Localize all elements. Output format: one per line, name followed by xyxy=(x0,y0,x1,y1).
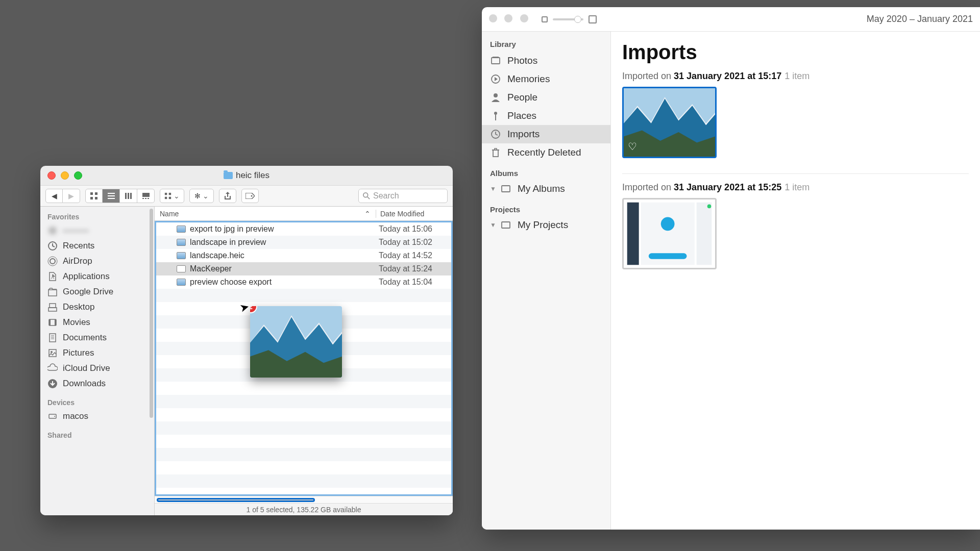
photos-sidebar-people[interactable]: People xyxy=(482,88,610,107)
close-icon[interactable] xyxy=(489,14,497,22)
svg-rect-10 xyxy=(142,193,150,197)
photos-sidebar-memories[interactable]: Memories xyxy=(482,70,610,88)
album-icon xyxy=(500,219,511,231)
import-count: 1 item xyxy=(785,71,810,81)
sidebar-item-icloud-drive[interactable]: iCloud Drive xyxy=(40,361,154,376)
finder-toolbar: ◀ ▶ ⌄ ✻⌄ xyxy=(40,185,453,207)
svg-rect-3 xyxy=(95,197,97,199)
album-icon xyxy=(500,183,511,194)
photos-window: May 2020 – January 2021 Library PhotosMe… xyxy=(482,7,980,530)
finder-titlebar[interactable]: heic files xyxy=(40,166,453,185)
sidebar-item-desktop[interactable]: Desktop xyxy=(40,299,154,315)
sidebar-icon xyxy=(47,302,58,312)
action-button[interactable]: ✻⌄ xyxy=(189,189,214,203)
sidebar-item-movies[interactable]: Movies xyxy=(40,315,154,330)
photos-sidebar-places[interactable]: Places xyxy=(482,107,610,125)
sidebar-item-label: Places xyxy=(507,110,536,121)
disclosure-icon[interactable]: ▼ xyxy=(490,221,496,229)
share-button[interactable] xyxy=(219,189,236,203)
name-column-header[interactable]: Name ⌃ xyxy=(155,210,376,218)
sidebar-item-recents[interactable]: Recents xyxy=(40,238,154,254)
svg-point-26 xyxy=(50,259,55,264)
svg-rect-66 xyxy=(627,203,639,265)
svg-rect-33 xyxy=(49,319,51,325)
sidebar-device-macos[interactable]: macos xyxy=(40,409,154,424)
file-row[interactable]: export to jpg in previewToday at 15:06 xyxy=(156,222,451,236)
sidebar-item-documents[interactable]: Documents xyxy=(40,330,154,345)
minimize-icon[interactable] xyxy=(504,14,512,22)
sidebar-icon xyxy=(490,92,501,103)
search-input[interactable]: Search xyxy=(358,189,448,203)
sidebar-item-label: Pictures xyxy=(63,348,94,358)
sidebar-item-applications[interactable]: AApplications xyxy=(40,269,154,284)
disclosure-icon[interactable]: ▼ xyxy=(490,185,496,192)
sidebar-icon xyxy=(47,256,58,266)
svg-point-52 xyxy=(494,93,498,97)
photos-sidebar-photos[interactable]: Photos xyxy=(482,52,610,70)
import-thumbnail[interactable]: ♡ xyxy=(622,87,717,158)
file-name: export to jpg in preview xyxy=(190,224,274,234)
sidebar-item-pictures[interactable]: Pictures xyxy=(40,345,154,361)
forward-button[interactable]: ▶ xyxy=(63,189,80,203)
import-thumbnail[interactable] xyxy=(622,198,717,269)
arrange-button[interactable]: ⌄ xyxy=(160,189,184,203)
file-row[interactable]: landscape in previewToday at 15:02 xyxy=(156,236,451,249)
column-headers: Name ⌃ Date Modified xyxy=(155,207,453,221)
sidebar-icon xyxy=(47,287,58,297)
icon-view-button[interactable] xyxy=(85,189,103,203)
sidebar-item-google-drive[interactable]: Google Drive xyxy=(40,284,154,299)
favorites-header: Favorites xyxy=(40,211,154,223)
projects-header: Projects xyxy=(482,198,610,216)
sidebar-item-downloads[interactable]: Downloads xyxy=(40,376,154,391)
svg-rect-15 xyxy=(169,193,171,195)
list-view-button[interactable] xyxy=(103,189,120,203)
import-date: 31 January 2021 at 15:25 xyxy=(674,182,781,192)
svg-point-68 xyxy=(661,217,675,231)
svg-rect-5 xyxy=(108,195,115,196)
svg-rect-11 xyxy=(142,198,144,199)
page-title: Imports xyxy=(622,41,969,64)
svg-rect-48 xyxy=(492,58,500,64)
file-row[interactable]: MacKeeperToday at 15:24 xyxy=(156,262,451,276)
sidebar-item-label: Memories xyxy=(507,73,550,85)
sidebar-scrollbar[interactable] xyxy=(150,209,153,418)
import-count: 1 item xyxy=(785,182,810,192)
file-row[interactable]: landscape.heicToday at 14:52 xyxy=(156,249,451,262)
tags-button[interactable] xyxy=(241,189,259,203)
date-range: May 2020 – January 2021 xyxy=(867,14,973,24)
album-my-albums[interactable]: ▼My Albums xyxy=(482,180,610,198)
photos-sidebar-imports[interactable]: Imports xyxy=(482,125,610,143)
zoom-small-icon[interactable] xyxy=(542,16,548,22)
photos-titlebar[interactable]: May 2020 – January 2021 xyxy=(482,7,980,32)
sidebar-icon xyxy=(490,147,501,158)
zoom-icon[interactable] xyxy=(520,14,528,22)
file-row[interactable]: preview choose exportToday at 15:04 xyxy=(156,276,451,289)
horizontal-scrollbar[interactable] xyxy=(155,496,453,503)
photos-sidebar-recently-deleted[interactable]: Recently Deleted xyxy=(482,143,610,162)
file-icon xyxy=(177,226,186,233)
zoom-slider[interactable] xyxy=(553,18,583,20)
sidebar-icon xyxy=(47,363,58,373)
column-view-button[interactable] xyxy=(120,189,137,203)
gallery-view-button[interactable] xyxy=(137,189,155,203)
date-column-header[interactable]: Date Modified xyxy=(376,210,453,218)
zoom-large-icon[interactable] xyxy=(589,15,597,23)
sidebar-item-airdrop[interactable]: AirDrop xyxy=(40,254,154,269)
tag-icon xyxy=(246,193,255,199)
sidebar-item-label: Photos xyxy=(507,55,537,66)
svg-rect-29 xyxy=(48,290,57,296)
svg-point-24 xyxy=(48,227,57,235)
file-icon xyxy=(177,252,186,259)
sidebar-item-———[interactable]: ——— xyxy=(40,223,154,238)
favorite-icon[interactable]: ♡ xyxy=(628,140,637,153)
view-buttons xyxy=(85,189,155,203)
file-icon xyxy=(177,265,186,272)
import-group-header: Imported on 31 January 2021 at 15:251 it… xyxy=(622,182,969,193)
back-button[interactable]: ◀ xyxy=(45,189,63,203)
svg-rect-30 xyxy=(48,308,57,311)
project-my-projects[interactable]: ▼My Projects xyxy=(482,216,610,234)
svg-point-27 xyxy=(48,257,57,266)
sidebar-item-label: My Projects xyxy=(518,219,568,231)
window-controls xyxy=(489,14,533,24)
library-header: Library xyxy=(482,37,610,52)
